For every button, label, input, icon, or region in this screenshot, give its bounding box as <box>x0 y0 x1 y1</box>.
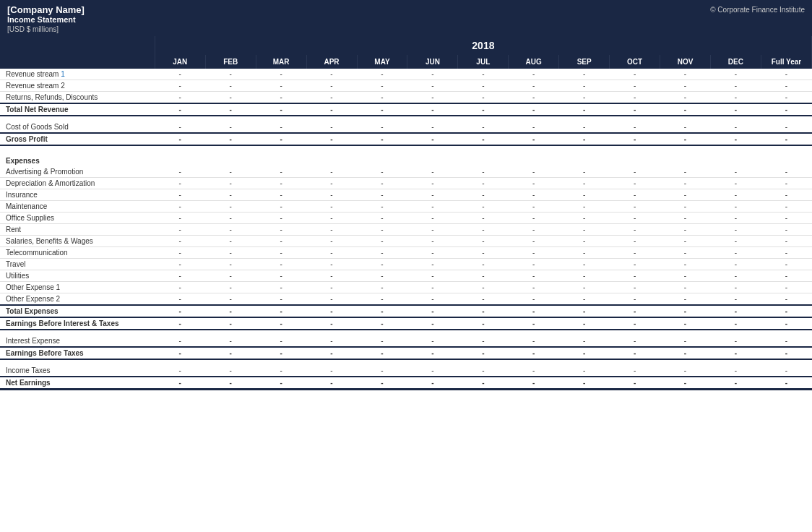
maintenance-row: Maintenance - - - - - - - - - - - - - <box>0 201 812 213</box>
cogs-row: Cost of Goods Sold - - - - - - - - - - -… <box>0 121 812 133</box>
year-header: 2018 <box>155 36 811 55</box>
col-aug: AUG <box>509 55 559 69</box>
year-header-row: 2018 <box>0 36 812 55</box>
main-container: © Corporate Finance Institute [Company N… <box>0 0 812 532</box>
col-mar: MAR <box>256 55 306 69</box>
col-jan: JAN <box>155 55 205 69</box>
rev1-may: - <box>357 69 407 80</box>
ebit-label: Earnings Before Interest & Taxes <box>0 317 155 330</box>
col-apr: APR <box>306 55 357 69</box>
office-supplies-label: Office Supplies <box>0 213 155 224</box>
interest-expense-label: Interest Expense <box>0 335 155 347</box>
expenses-header-label: Expenses <box>0 151 155 166</box>
rev1-oct: - <box>610 69 660 80</box>
col-dec: DEC <box>710 55 761 69</box>
total-expenses-label: Total Expenses <box>0 305 155 317</box>
rent-row: Rent - - - - - - - - - - - - - <box>0 224 812 236</box>
utilities-label: Utilities <box>0 270 155 282</box>
gross-profit-row: Gross Profit - - - - - - - - - - - - - <box>0 133 812 145</box>
rev1-dec: - <box>710 69 761 80</box>
ebt-row: Earnings Before Taxes - - - - - - - - - … <box>0 347 812 359</box>
income-taxes-label: Income Taxes <box>0 365 155 377</box>
net-earnings-label: Net Earnings <box>0 377 155 390</box>
ebit-row: Earnings Before Interest & Taxes - - - -… <box>0 317 812 330</box>
gross-profit-label: Gross Profit <box>0 133 155 145</box>
rev1-nov: - <box>660 69 711 80</box>
ebt-label: Earnings Before Taxes <box>0 347 155 359</box>
expenses-header-row: Expenses <box>0 151 812 166</box>
revenue-stream-1-label: Revenue stream 1 <box>0 69 155 80</box>
revenue-stream-1-row: Revenue stream 1 - - - - - - - - - - - -… <box>0 69 812 80</box>
other-expense-1-label: Other Expense 1 <box>0 282 155 293</box>
adv-promotion-label: Advertising & Promotion <box>0 166 155 178</box>
col-may: MAY <box>357 55 407 69</box>
travel-label: Travel <box>0 259 155 270</box>
rev1-apr: - <box>306 69 357 80</box>
utilities-row: Utilities - - - - - - - - - - - - - <box>0 270 812 282</box>
total-net-revenue-label: Total Net Revenue <box>0 103 155 116</box>
depreciation-label: Depreciation & Amortization <box>0 178 155 189</box>
depreciation-row: Depreciation & Amortization - - - - - - … <box>0 178 812 189</box>
rev1-mar: - <box>256 69 306 80</box>
col-oct: OCT <box>610 55 660 69</box>
spacer-4 <box>0 359 812 365</box>
revenue-stream-2-row: Revenue stream 2 - - - - - - - - - - - -… <box>0 80 812 92</box>
col-fullyear: Full Year <box>761 55 811 69</box>
telecom-row: Telecommunication - - - - - - - - - - - … <box>0 247 812 259</box>
rev1-aug: - <box>509 69 559 80</box>
empty-header <box>0 55 155 69</box>
spacer-3 <box>0 330 812 335</box>
company-name: [Company Name] <box>7 4 805 15</box>
report-title: Income Statement <box>7 15 805 24</box>
rev1-feb: - <box>205 69 256 80</box>
salaries-row: Salaries, Benefits & Wages - - - - - - -… <box>0 236 812 247</box>
currency-label: [USD $ millions] <box>7 25 805 33</box>
telecom-label: Telecommunication <box>0 247 155 259</box>
interest-expense-row: Interest Expense - - - - - - - - - - - -… <box>0 335 812 347</box>
returns-label: Returns, Refunds, Discounts <box>0 92 155 104</box>
rev1-sep: - <box>559 69 610 80</box>
salaries-label: Salaries, Benefits & Wages <box>0 236 155 247</box>
maintenance-label: Maintenance <box>0 201 155 213</box>
rev1-fy: - <box>761 69 811 80</box>
travel-row: Travel - - - - - - - - - - - - - <box>0 259 812 270</box>
office-supplies-row: Office Supplies - - - - - - - - - - - - … <box>0 213 812 224</box>
adv-promotion-row: Advertising & Promotion - - - - - - - - … <box>0 166 812 178</box>
header-section: © Corporate Finance Institute [Company N… <box>0 0 812 36</box>
insurance-label: Insurance <box>0 189 155 201</box>
col-feb: FEB <box>205 55 256 69</box>
rev1-jun: - <box>407 69 458 80</box>
month-header-row: JAN FEB MAR APR MAY JUN JUL AUG SEP OCT … <box>0 55 812 69</box>
rent-label: Rent <box>0 224 155 236</box>
copyright-text: © Corporate Finance Institute <box>710 6 805 14</box>
returns-row: Returns, Refunds, Discounts - - - - - - … <box>0 92 812 104</box>
spacer-1 <box>0 116 812 121</box>
income-taxes-row: Income Taxes - - - - - - - - - - - - - <box>0 365 812 377</box>
other-expense-1-row: Other Expense 1 - - - - - - - - - - - - … <box>0 282 812 293</box>
other-expense-2-row: Other Expense 2 - - - - - - - - - - - - … <box>0 293 812 306</box>
cogs-label: Cost of Goods Sold <box>0 121 155 133</box>
insurance-row: Insurance - - - - - - - - - - - - - <box>0 189 812 201</box>
col-sep: SEP <box>559 55 610 69</box>
col-jul: JUL <box>458 55 509 69</box>
rev1-jan: - <box>155 69 205 80</box>
spacer-2 <box>0 145 812 151</box>
total-net-revenue-row: Total Net Revenue - - - - - - - - - - - … <box>0 103 812 116</box>
net-earnings-row: Net Earnings - - - - - - - - - - - - - <box>0 377 812 390</box>
col-nov: NOV <box>660 55 711 69</box>
income-statement-table: 2018 JAN FEB MAR APR MAY JUN JUL AUG SEP… <box>0 36 812 390</box>
total-expenses-row: Total Expenses - - - - - - - - - - - - - <box>0 305 812 317</box>
col-jun: JUN <box>407 55 458 69</box>
revenue-stream-2-label: Revenue stream 2 <box>0 80 155 92</box>
label-col-header <box>0 36 155 55</box>
rev1-jul: - <box>458 69 509 80</box>
other-expense-2-label: Other Expense 2 <box>0 293 155 306</box>
